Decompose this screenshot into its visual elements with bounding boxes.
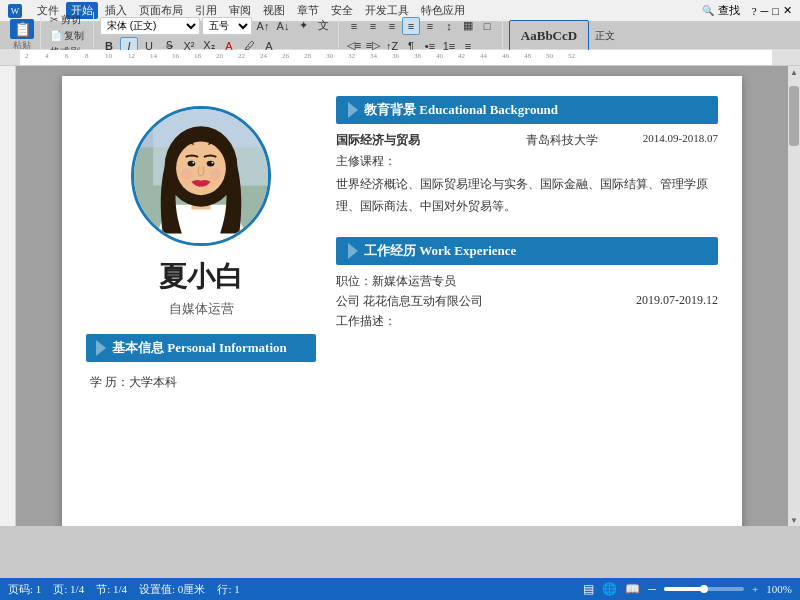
education-section: 教育背景 Educational Background 国际经济与贸易 青岛科技… [336,96,718,217]
copy-button[interactable]: 📄 复制 [47,28,87,44]
work-company: 公司 花花信息互动有限公司 [336,293,483,310]
help-icon[interactable]: ? [752,5,757,17]
profile-photo [131,106,271,246]
ruler-edge-right [772,50,800,66]
para-group: ≡ ≡ ≡ ≡ ≡ ↕ ▦ □ ◁≡ ≡▷ ↑Z ¶ •≡ 1≡ ≡ [345,17,503,55]
justify-button[interactable]: ≡ [402,17,420,35]
align-left-button[interactable]: ≡ [345,17,363,35]
font-family-select[interactable]: 宋体 (正文) [100,17,200,35]
paste-group: 📋 粘贴 [4,17,41,54]
app-icon: W [8,4,22,18]
education-row: 国际经济与贸易 青岛科技大学 2014.09-2018.07 [336,132,718,149]
font-size-select[interactable]: 五号 [202,17,252,35]
resume-name: 夏小白 [159,258,243,296]
svg-point-9 [188,161,196,167]
style-name: 正文 [595,29,615,43]
courses-content: 世界经济概论、国际贸易理论与实务、国际金融、国际结算、管理学原理、国际商法、中国… [336,174,718,217]
resume-right-column: 教育背景 Educational Background 国际经济与贸易 青岛科技… [336,96,718,526]
settings-value: 设置值: 0厘米 [139,582,205,597]
work-position: 职位：新媒体运营专员 [336,274,456,288]
document-scroll[interactable]: 夏小白 自媒体运营 基本信息 Personal Information 学 历：… [16,66,788,526]
cut-button[interactable]: ✂ 剪切 [47,12,84,28]
view-web-icon[interactable]: 🌐 [602,582,617,597]
scroll-up-button[interactable]: ▲ [788,66,800,78]
vertical-ruler [0,66,16,526]
education-header: 教育背景 Educational Background [336,96,718,124]
ruler-edge-left [0,50,20,66]
zoom-out-button[interactable]: ─ [648,583,656,595]
edu-major: 国际经济与贸易 [336,132,481,149]
zoom-handle[interactable] [700,585,708,593]
work-date: 2019.07-2019.12 [636,293,718,310]
education-label: 教育背景 Educational Background [364,101,558,119]
svg-point-10 [207,161,215,167]
svg-point-14 [210,168,221,179]
style-preview[interactable]: AaBbCcD [509,20,589,52]
font-group: 宋体 (正文) 五号 A↑ A↓ ✦ 文 B I U S̶ X² X₂ A 🖊 … [100,17,339,55]
zoom-percent: 100% [766,583,792,595]
personal-info-label: 基本信息 Personal Information [112,339,287,357]
edu-school: 青岛科技大学 [489,132,634,149]
zoom-slider[interactable] [664,587,744,591]
close-btn[interactable]: ✕ [783,4,792,17]
phonetics-button[interactable]: 文 [314,17,332,35]
svg-point-12 [212,162,214,164]
minimize-btn[interactable]: ─ [761,5,769,17]
work-label: 工作经历 Work Experience [364,242,516,260]
view-normal-icon[interactable]: ▤ [583,582,594,597]
scroll-thumb[interactable] [789,86,799,146]
section-info: 节: 1/4 [96,582,127,597]
edu-date: 2014.09-2018.07 [643,132,718,149]
resume-left-column: 夏小白 自媒体运营 基本信息 Personal Information 学 历：… [86,96,316,526]
toolbar-row1: 📋 粘贴 ✂ 剪切 📄 复制 格式刷 宋体 (正文) 五号 A↑ A↓ ✦ 文 … [0,22,800,50]
title-right: 🔍 查找 ? ─ □ ✕ [702,3,792,18]
ruler-body: 2 4 6 8 10 12 14 16 18 20 22 24 26 28 30… [20,50,772,66]
edu-level-text: 学 历：大学本科 [90,374,177,391]
font-shrink-button[interactable]: A↓ [274,17,292,35]
scroll-down-button[interactable]: ▼ [788,514,800,526]
style-text: AaBbCcD [521,28,577,44]
paste-button[interactable]: 📋 [10,19,34,39]
courses-label: 主修课程： [336,153,718,170]
ruler: 2 4 6 8 10 12 14 16 18 20 22 24 26 28 30… [0,50,800,66]
work-header: 工作经历 Work Experience [336,237,718,265]
document-area: 夏小白 自媒体运营 基本信息 Personal Information 学 历：… [0,66,800,526]
line-info: 行: 1 [217,582,239,597]
border-button[interactable]: □ [478,17,496,35]
status-bar: 页码: 1 页: 1/4 节: 1/4 设置值: 0厘米 行: 1 ▤ 🌐 📖 … [0,578,800,600]
work-section: 工作经历 Work Experience 职位：新媒体运营专员 公司 花花信息互… [336,237,718,333]
work-desc-label: 工作描述： [336,314,396,328]
vertical-scrollbar[interactable]: ▲ ▼ [788,66,800,526]
align-right-button[interactable]: ≡ [383,17,401,35]
maximize-btn[interactable]: □ [772,5,779,17]
font-grow-button[interactable]: A↑ [254,17,272,35]
work-company-row: 公司 花花信息互动有限公司 2019.07-2019.12 [336,293,718,310]
status-right: ▤ 🌐 📖 ─ + 100% [583,582,792,597]
total-pages: 页: 1/4 [53,582,84,597]
svg-point-8 [176,142,226,196]
align-center-button[interactable]: ≡ [364,17,382,35]
edu-level-row: 学 历：大学本科 [86,372,316,393]
document-page: 夏小白 自媒体运营 基本信息 Personal Information 学 历：… [62,76,742,526]
shading-button[interactable]: ▦ [459,17,477,35]
resume-job-title: 自媒体运营 [169,300,234,318]
clear-format-button[interactable]: ✦ [294,17,312,35]
profile-photo-svg [134,109,268,243]
personal-info-header: 基本信息 Personal Information [86,334,316,362]
view-read-icon[interactable]: 📖 [625,582,640,597]
svg-point-11 [192,162,194,164]
search-text: 查找 [718,3,740,18]
line-spacing-button[interactable]: ↕ [440,17,458,35]
zoom-fill [664,587,704,591]
work-position-row: 职位：新媒体运营专员 [336,273,718,290]
svg-point-13 [181,168,192,179]
work-desc-row: 工作描述： [336,313,718,330]
page-number: 页码: 1 [8,582,41,597]
zoom-in-button[interactable]: + [752,583,758,595]
search-label: 🔍 [702,5,714,16]
distributed-button[interactable]: ≡ [421,17,439,35]
